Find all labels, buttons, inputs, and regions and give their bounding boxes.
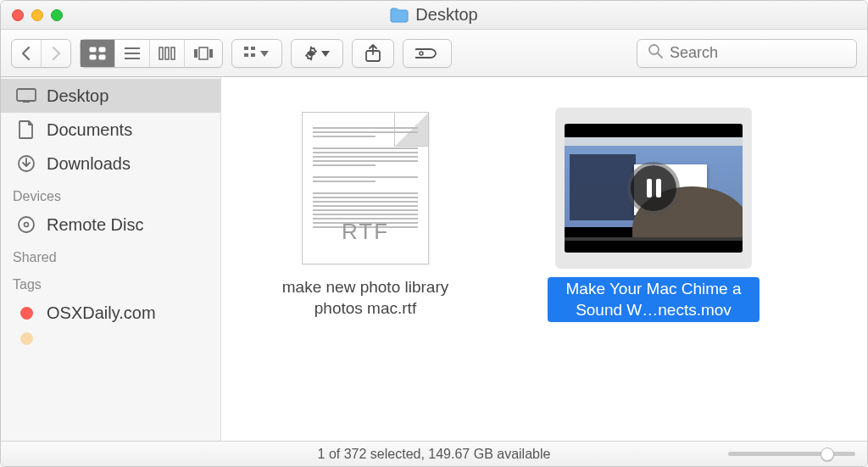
sidebar-item-label: Documents	[47, 120, 132, 140]
sidebar-item-label: Remote Disc	[47, 215, 143, 235]
file-thumbnail[interactable]: RTF	[289, 108, 442, 269]
svg-rect-3	[99, 55, 105, 59]
nav-buttons	[11, 39, 71, 68]
svg-point-19	[420, 52, 423, 55]
file-name-label[interactable]: Make Your Mac Chime a Sound W…nects.mov	[548, 277, 760, 322]
svg-rect-16	[251, 53, 255, 57]
sidebar-tag-partial[interactable]	[1, 330, 220, 347]
svg-rect-13	[244, 47, 248, 50]
tags-button[interactable]	[403, 39, 452, 68]
icon-view-button[interactable]	[81, 40, 115, 67]
svg-rect-7	[159, 47, 163, 59]
svg-rect-21	[17, 89, 36, 101]
svg-rect-4	[125, 47, 140, 49]
disc-icon	[16, 215, 36, 234]
window-body: Desktop Documents Downloads Devices Remo	[1, 77, 867, 441]
search-field[interactable]	[637, 39, 857, 68]
svg-rect-8	[165, 47, 169, 59]
file-thumbnail[interactable]	[555, 108, 752, 269]
sidebar-heading-devices: Devices	[1, 181, 220, 208]
finder-window: Desktop	[0, 0, 868, 467]
arrange-button[interactable]	[231, 39, 282, 68]
desktop-icon	[16, 86, 36, 105]
zoom-window-button[interactable]	[51, 9, 63, 21]
file-grid[interactable]: RTF make new photo library photos mac.rt…	[221, 77, 867, 441]
svg-rect-1	[99, 47, 105, 52]
view-mode-buttons	[80, 39, 223, 68]
sidebar: Desktop Documents Downloads Devices Remo	[1, 77, 221, 441]
file-name-label[interactable]: make new photo library photos mac.rtf	[259, 277, 471, 319]
svg-rect-6	[125, 58, 140, 59]
svg-point-20	[649, 45, 659, 54]
sidebar-item-label: OSXDaily.com	[47, 303, 156, 323]
sidebar-heading-shared: Shared	[1, 242, 220, 269]
sidebar-item-desktop[interactable]: Desktop	[1, 79, 220, 113]
sidebar-item-label: Desktop	[47, 86, 108, 106]
sidebar-item-downloads[interactable]: Downloads	[1, 147, 220, 181]
downloads-icon	[16, 154, 36, 173]
svg-point-24	[19, 217, 34, 232]
folder-icon	[390, 8, 409, 23]
svg-rect-2	[90, 55, 96, 59]
svg-rect-11	[199, 47, 208, 59]
tag-color-icon	[16, 329, 36, 347]
svg-rect-0	[90, 47, 96, 52]
svg-rect-12	[209, 49, 213, 58]
minimize-window-button[interactable]	[31, 9, 43, 21]
svg-rect-9	[171, 47, 175, 59]
window-title: Desktop	[1, 5, 867, 25]
svg-point-25	[25, 223, 29, 227]
titlebar: Desktop	[1, 1, 867, 30]
documents-icon	[16, 120, 36, 139]
pause-overlay-icon	[631, 165, 676, 211]
rtf-document-icon: RTF	[302, 112, 429, 264]
coverflow-view-button[interactable]	[185, 40, 222, 67]
icon-size-slider[interactable]	[728, 451, 855, 458]
back-button[interactable]	[12, 40, 42, 67]
action-button[interactable]	[291, 39, 343, 68]
list-view-button[interactable]	[115, 40, 150, 67]
search-icon	[648, 43, 663, 63]
movie-thumbnail-icon	[565, 124, 743, 253]
svg-rect-5	[125, 53, 140, 54]
svg-rect-14	[251, 47, 255, 50]
search-input[interactable]	[670, 44, 846, 62]
sidebar-tag-osxdaily[interactable]: OSXDaily.com	[1, 296, 220, 330]
close-window-button[interactable]	[12, 9, 24, 21]
toolbar	[1, 30, 867, 77]
svg-rect-10	[194, 49, 198, 58]
svg-rect-15	[244, 53, 248, 57]
sidebar-item-remote-disc[interactable]: Remote Disc	[1, 208, 220, 242]
sidebar-heading-tags: Tags	[1, 269, 220, 296]
file-item[interactable]: Make Your Mac Chime a Sound W…nects.mov	[543, 108, 764, 322]
status-bar: 1 of 372 selected, 149.67 GB available	[1, 441, 867, 466]
share-button[interactable]	[352, 39, 394, 68]
status-text: 1 of 372 selected, 149.67 GB available	[318, 447, 551, 462]
file-item[interactable]: RTF make new photo library photos mac.rt…	[255, 108, 476, 319]
svg-rect-22	[23, 101, 30, 103]
window-controls	[1, 9, 63, 21]
window-title-text: Desktop	[415, 5, 477, 25]
tag-color-icon	[16, 303, 36, 322]
file-extension-overlay: RTF	[303, 219, 428, 245]
sidebar-item-label: Downloads	[47, 154, 131, 174]
column-view-button[interactable]	[150, 40, 185, 67]
sidebar-item-documents[interactable]: Documents	[1, 113, 220, 147]
forward-button[interactable]	[42, 40, 70, 67]
slider-knob[interactable]	[821, 448, 834, 461]
